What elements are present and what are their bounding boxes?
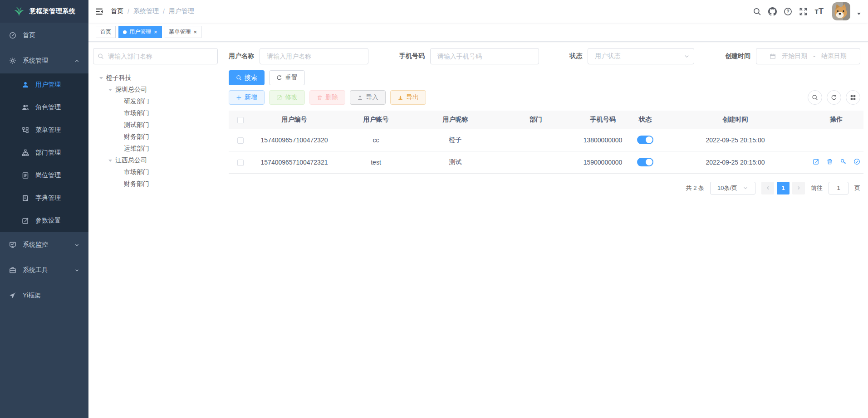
navbar-right-icons: тT [753, 2, 861, 20]
caret-down-icon[interactable] [108, 89, 112, 93]
add-button-label: 新增 [245, 93, 257, 102]
guide-icon [9, 292, 16, 299]
cell-created: 2022-09-25 20:15:00 [662, 151, 809, 173]
assign-role-check-icon[interactable] [853, 158, 860, 165]
sidebar-item-system-monitor[interactable]: 系统监控 [0, 232, 88, 258]
import-button[interactable]: 导入 [350, 90, 386, 105]
tree-node[interactable]: 深圳总公司 [95, 84, 218, 96]
caret-down-icon[interactable] [108, 160, 112, 164]
gear-icon [9, 57, 16, 64]
close-icon[interactable]: × [154, 29, 157, 35]
phone-input[interactable] [430, 48, 539, 64]
created-label: 创建时间 [725, 52, 750, 60]
breadcrumb-item-home[interactable]: 首页 [111, 7, 123, 15]
refresh-table-button[interactable] [827, 90, 841, 105]
username-input[interactable] [260, 48, 368, 64]
sidebar-item-dict-management[interactable]: 字典管理 [0, 187, 88, 209]
tree-node[interactable]: 财务部门 [95, 178, 218, 190]
tree-table-icon [22, 126, 29, 134]
sidebar-item-menu-management[interactable]: 菜单管理 [0, 119, 88, 141]
goto-page-input[interactable] [829, 182, 848, 194]
tab-home[interactable]: 首页 [96, 26, 116, 38]
tab-label: 用户管理 [129, 28, 151, 36]
export-button[interactable]: 导出 [390, 90, 426, 105]
next-page-button[interactable] [792, 182, 805, 194]
search-button[interactable]: 搜索 [229, 70, 265, 85]
export-button-label: 导出 [406, 93, 419, 102]
user-table: 用户编号 用户账号 用户昵称 部门 手机号码 状态 创建时间 操作 [229, 111, 863, 174]
sidebar-item-param-settings[interactable]: 参数设置 [0, 209, 88, 232]
github-icon[interactable] [768, 7, 777, 16]
sidebar-item-yi-framework[interactable]: Yi框架 [0, 283, 88, 308]
font-size-icon[interactable]: тT [814, 7, 824, 15]
status-toggle[interactable] [637, 158, 653, 166]
tree-node[interactable]: 橙子科技 [95, 72, 218, 84]
show-search-toggle-button[interactable] [808, 90, 822, 105]
tree-node[interactable]: 财务部门 [95, 131, 218, 143]
caret-down-icon[interactable] [99, 77, 103, 81]
breadcrumb-item-system[interactable]: 系统管理 [133, 7, 159, 15]
date-range-picker[interactable]: 开始日期 - 结束日期 [756, 48, 860, 64]
tree-node-label: 橙子科技 [106, 74, 132, 82]
page-content: 用户名称 手机号码 状态 用户状态 [88, 42, 868, 418]
tab-user-management[interactable]: 用户管理 × [118, 26, 162, 38]
tab-menu-management[interactable]: 菜单管理 × [165, 26, 202, 38]
sidebar-item-system-management[interactable]: 系统管理 [0, 48, 88, 73]
sidebar: 意框架管理系统 首页 系统管理 用户管理 角色管理 [0, 0, 88, 418]
select-all-checkbox[interactable] [237, 117, 244, 123]
tree-node-label: 财务部门 [124, 133, 149, 141]
close-icon[interactable]: × [194, 29, 197, 35]
sidebar-item-role-management[interactable]: 角色管理 [0, 96, 88, 119]
column-settings-button[interactable] [846, 90, 860, 105]
cell-phone: 13800000000 [577, 129, 629, 151]
tree-node[interactable]: 江西总公司 [95, 155, 218, 166]
status-toggle[interactable] [637, 136, 653, 144]
tree-node[interactable]: 运维部门 [95, 143, 218, 155]
sidebar-item-user-management[interactable]: 用户管理 [0, 73, 88, 96]
page-number-button[interactable]: 1 [777, 182, 790, 194]
table-row: 1574009657100472320 cc 橙子 13800000000 20… [229, 129, 863, 151]
tree-node[interactable]: 市场部门 [95, 166, 218, 178]
tree-node[interactable]: 测试部门 [95, 119, 218, 131]
row-checkbox[interactable] [237, 160, 244, 166]
edit-icon[interactable] [813, 158, 819, 165]
avatar[interactable] [832, 2, 850, 20]
tree-node-label: 市场部门 [124, 168, 149, 176]
sidebar-fold-icon[interactable] [95, 7, 103, 16]
sidebar-item-system-tools[interactable]: 系统工具 [0, 258, 88, 283]
sidebar-item-label: 字典管理 [35, 194, 61, 202]
sidebar-item-label: 参数设置 [35, 217, 61, 225]
sidebar-item-dept-management[interactable]: 部门管理 [0, 141, 88, 164]
sidebar-item-label: 用户管理 [35, 81, 61, 89]
main-area: 首页 / 系统管理 / 用户管理 тT 首页 [88, 0, 868, 418]
status-label: 状态 [569, 52, 582, 60]
edit-button[interactable]: 修改 [269, 90, 305, 105]
fullscreen-icon[interactable] [799, 7, 808, 16]
tree-node-label: 深圳总公司 [115, 86, 147, 94]
table-panel: 搜索 重置 新增 修改 [229, 70, 860, 194]
avatar-dog-image [832, 2, 850, 20]
help-icon[interactable] [784, 7, 792, 16]
search-icon[interactable] [753, 7, 761, 16]
status-group: 状态 用户状态 [569, 48, 694, 64]
status-select[interactable]: 用户状态 [588, 48, 694, 64]
dept-search-input[interactable] [93, 48, 218, 64]
tab-label: 首页 [100, 28, 111, 36]
add-button[interactable]: 新增 [229, 90, 265, 105]
row-checkbox[interactable] [237, 137, 244, 144]
sidebar-item-home[interactable]: 首页 [0, 23, 88, 48]
reset-password-key-icon[interactable] [840, 158, 847, 165]
sidebar-item-post-management[interactable]: 岗位管理 [0, 164, 88, 187]
column-header-account: 用户账号 [336, 111, 416, 129]
tree-node[interactable]: 研发部门 [95, 96, 218, 107]
tree-node[interactable]: 市场部门 [95, 107, 218, 119]
logo[interactable]: 意框架管理系统 [0, 0, 88, 23]
reset-button[interactable]: 重置 [269, 70, 305, 85]
page-size-select[interactable]: 10条/页 [710, 182, 755, 194]
delete-icon[interactable] [826, 158, 833, 165]
caret-down-icon[interactable] [857, 13, 861, 17]
prev-page-button[interactable] [761, 182, 774, 194]
delete-button[interactable]: 删除 [309, 90, 345, 105]
search-button-label: 搜索 [245, 74, 257, 82]
chevron-down-icon [74, 243, 79, 248]
